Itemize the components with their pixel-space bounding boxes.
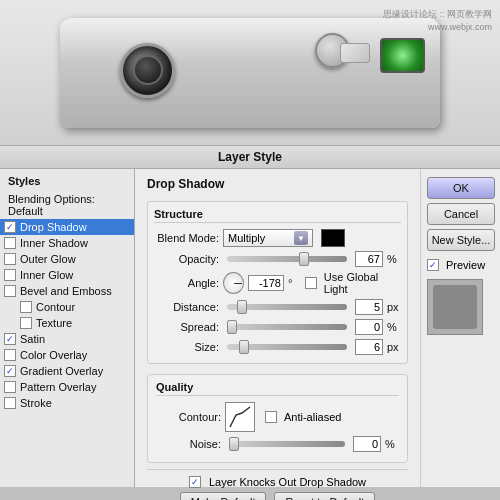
new-style-button[interactable]: New Style... (427, 229, 495, 251)
spread-label: Spread: (154, 321, 219, 333)
right-panel: OK Cancel New Style... Preview (420, 169, 500, 487)
sidebar-item-satin[interactable]: Satin (0, 331, 134, 347)
sidebar-item-color-overlay[interactable]: Color Overlay (0, 347, 134, 363)
bottom-buttons: Make Default Reset to Default (180, 492, 376, 500)
contour-checkbox[interactable] (20, 301, 32, 313)
camera-lens-inner (133, 55, 163, 85)
opacity-label: Opacity: (154, 253, 219, 265)
preview-thumbnail (427, 279, 483, 335)
angle-dial[interactable] (223, 272, 244, 294)
angle-input[interactable] (248, 275, 284, 291)
global-light-checkbox[interactable] (305, 277, 317, 289)
distance-label: Distance: (154, 301, 219, 313)
noise-input[interactable] (353, 436, 381, 452)
opacity-slider[interactable] (227, 256, 347, 262)
styles-panel-title: Styles (0, 173, 134, 191)
size-unit: px (387, 341, 401, 353)
sidebar-item-inner-shadow[interactable]: Inner Shadow (0, 235, 134, 251)
styles-list: Blending Options: Default Drop Shadow In… (0, 191, 134, 411)
contour-row: Contour: Anti-aliased (156, 402, 399, 432)
anti-alias-label: Anti-aliased (284, 411, 341, 423)
opacity-thumb[interactable] (299, 252, 309, 266)
camera-body (60, 18, 440, 128)
anti-alias-checkbox[interactable] (265, 411, 277, 423)
watermark: 思缘设计论坛 :: 网页教学网 www.webjx.com (383, 8, 492, 33)
camera-flash (340, 43, 370, 63)
angle-row: Angle: ° Use Global Light (154, 271, 401, 295)
preview-row: Preview (427, 259, 494, 271)
preview-thumb-inner (433, 285, 477, 329)
noise-unit: % (385, 438, 399, 450)
quality-title: Quality (156, 381, 399, 396)
sidebar-item-pattern-overlay[interactable]: Pattern Overlay (0, 379, 134, 395)
bottom-bar: Layer Knocks Out Drop Shadow Make Defaul… (147, 469, 408, 500)
main-content: Drop Shadow Structure Blend Mode: Multip… (135, 169, 420, 487)
drop-shadow-checkbox[interactable] (4, 221, 16, 233)
structure-section: Structure Blend Mode: Multiply ▼ Opacity… (147, 201, 408, 364)
distance-slider[interactable] (227, 304, 347, 310)
camera-preview: 思缘设计论坛 :: 网页教学网 www.webjx.com (0, 0, 500, 145)
blend-mode-row: Blend Mode: Multiply ▼ (154, 229, 401, 247)
inner-shadow-checkbox[interactable] (4, 237, 16, 249)
noise-label: Noise: (156, 438, 221, 450)
color-overlay-checkbox[interactable] (4, 349, 16, 361)
noise-slider[interactable] (229, 441, 345, 447)
contour-label: Contour: (156, 411, 221, 423)
styles-panel: Styles Blending Options: Default Drop Sh… (0, 169, 135, 487)
satin-checkbox[interactable] (4, 333, 16, 345)
sidebar-item-contour[interactable]: Contour (0, 299, 134, 315)
bevel-emboss-checkbox[interactable] (4, 285, 16, 297)
dialog-body: Styles Blending Options: Default Drop Sh… (0, 169, 500, 487)
cancel-button[interactable]: Cancel (427, 203, 495, 225)
angle-label: Angle: (154, 277, 219, 289)
size-slider[interactable] (227, 344, 347, 350)
distance-input[interactable] (355, 299, 383, 315)
dialog-title: Layer Style (0, 146, 500, 169)
gradient-overlay-checkbox[interactable] (4, 365, 16, 377)
ok-button[interactable]: OK (427, 177, 495, 199)
layer-style-dialog: Layer Style Styles Blending Options: Def… (0, 145, 500, 487)
stroke-checkbox[interactable] (4, 397, 16, 409)
size-input[interactable] (355, 339, 383, 355)
outer-glow-checkbox[interactable] (4, 253, 16, 265)
sidebar-item-inner-glow[interactable]: Inner Glow (0, 267, 134, 283)
quality-section: Quality Contour: Anti-aliased (147, 374, 408, 463)
sidebar-item-outer-glow[interactable]: Outer Glow (0, 251, 134, 267)
contour-preview[interactable] (225, 402, 255, 432)
inner-glow-checkbox[interactable] (4, 269, 16, 281)
layer-knocks-row: Layer Knocks Out Drop Shadow (189, 476, 366, 488)
make-default-button[interactable]: Make Default (180, 492, 267, 500)
spread-thumb[interactable] (227, 320, 237, 334)
noise-thumb[interactable] (229, 437, 239, 451)
layer-knocks-checkbox[interactable] (189, 476, 201, 488)
anti-alias-row: Anti-aliased (265, 411, 341, 423)
spread-slider[interactable] (227, 324, 347, 330)
sidebar-item-bevel-emboss[interactable]: Bevel and Emboss (0, 283, 134, 299)
noise-row: Noise: % (156, 436, 399, 452)
sidebar-item-blending-options[interactable]: Blending Options: Default (0, 191, 134, 219)
angle-unit: ° (288, 277, 301, 289)
angle-indicator (234, 283, 242, 284)
reset-to-default-button[interactable]: Reset to Default (274, 492, 375, 500)
spread-input[interactable] (355, 319, 383, 335)
sidebar-item-gradient-overlay[interactable]: Gradient Overlay (0, 363, 134, 379)
sidebar-item-texture[interactable]: Texture (0, 315, 134, 331)
pattern-overlay-checkbox[interactable] (4, 381, 16, 393)
distance-thumb[interactable] (237, 300, 247, 314)
preview-label: Preview (446, 259, 485, 271)
drop-shadow-title: Drop Shadow (147, 177, 408, 191)
opacity-input[interactable] (355, 251, 383, 267)
size-thumb[interactable] (239, 340, 249, 354)
preview-checkbox[interactable] (427, 259, 439, 271)
size-label: Size: (154, 341, 219, 353)
color-swatch[interactable] (321, 229, 345, 247)
spread-row: Spread: % (154, 319, 401, 335)
opacity-row: Opacity: % (154, 251, 401, 267)
texture-checkbox[interactable] (20, 317, 32, 329)
sidebar-item-stroke[interactable]: Stroke (0, 395, 134, 411)
size-row: Size: px (154, 339, 401, 355)
opacity-unit: % (387, 253, 401, 265)
global-light-label: Use Global Light (324, 271, 401, 295)
sidebar-item-drop-shadow[interactable]: Drop Shadow (0, 219, 134, 235)
blend-mode-select[interactable]: Multiply ▼ (223, 229, 313, 247)
